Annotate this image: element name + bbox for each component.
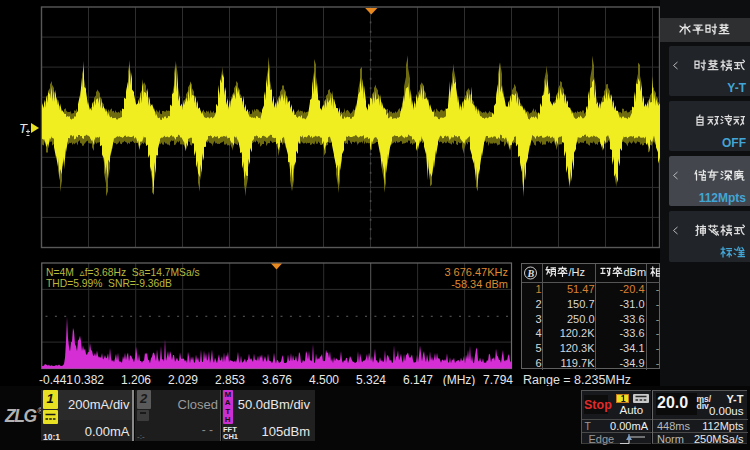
svg-text:B: B	[526, 268, 534, 279]
svg-text:T: T	[19, 121, 28, 136]
